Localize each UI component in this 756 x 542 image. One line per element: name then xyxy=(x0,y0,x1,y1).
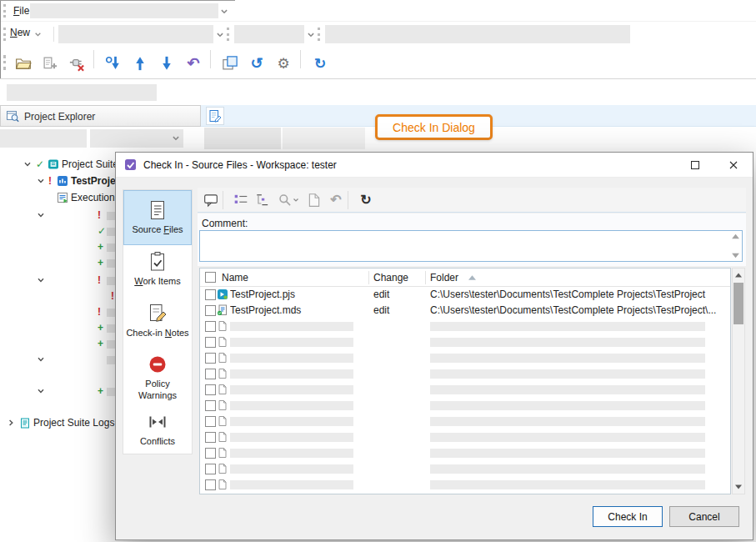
table-row[interactable] xyxy=(200,382,730,398)
chevron-right-icon[interactable] xyxy=(7,419,15,427)
tree-view-button[interactable] xyxy=(253,190,273,210)
doc-file-icon xyxy=(217,399,228,411)
row-checkbox[interactable] xyxy=(205,400,216,411)
folder-placeholder xyxy=(430,449,705,458)
doc-file-icon xyxy=(217,352,228,364)
maximize-icon xyxy=(691,161,699,169)
folder-placeholder xyxy=(430,338,705,347)
row-checkbox[interactable] xyxy=(205,384,216,395)
tab-work-items[interactable]: Work Items xyxy=(123,247,192,292)
chevron-down-icon[interactable] xyxy=(37,355,45,364)
table-row[interactable] xyxy=(200,319,730,334)
callout-text: Check In Dialog xyxy=(393,121,475,134)
folder-placeholder xyxy=(430,322,705,331)
tab-policy-warnings[interactable]: Policy Warnings xyxy=(123,350,192,405)
sort-ascending-icon xyxy=(468,275,476,280)
column-header-name[interactable]: Name xyxy=(222,272,248,284)
row-checkbox[interactable] xyxy=(205,353,216,364)
folder-placeholder xyxy=(430,385,705,394)
table-row[interactable] xyxy=(200,461,730,477)
doc-file-icon xyxy=(217,336,228,348)
scroll-up-icon[interactable] xyxy=(731,233,740,240)
name-placeholder xyxy=(230,401,353,410)
table-header: NameChangeFolder xyxy=(200,268,730,287)
scroll-up-icon[interactable] xyxy=(734,272,743,279)
status-plus-marker: + xyxy=(98,241,103,253)
table-row[interactable]: TestProject.mdseditC:\Users\tester\Docum… xyxy=(200,303,730,319)
conflicts-icon xyxy=(147,411,168,433)
table-row[interactable] xyxy=(200,350,730,366)
status-error-marker: ! xyxy=(48,175,52,187)
checkin-notes-icon xyxy=(147,303,168,324)
chevron-down-icon[interactable] xyxy=(37,177,45,185)
tab-label: Source Files xyxy=(130,224,184,236)
execution-icon xyxy=(57,192,68,203)
project-icon xyxy=(57,175,68,187)
row-checkbox[interactable] xyxy=(205,305,216,316)
tab-conflicts[interactable]: Conflicts xyxy=(123,407,192,452)
close-button[interactable] xyxy=(714,153,753,177)
toolbar-separator xyxy=(223,191,223,209)
chevron-down-icon[interactable] xyxy=(37,387,45,395)
status-error-marker: ! xyxy=(111,290,114,302)
tree-item-label: TestProjec xyxy=(71,175,121,187)
row-checkbox[interactable] xyxy=(205,337,216,348)
source-files-icon xyxy=(147,199,168,221)
scroll-down-icon[interactable] xyxy=(731,252,740,259)
table-row[interactable] xyxy=(200,429,730,445)
table-row[interactable] xyxy=(200,445,730,461)
table-row[interactable] xyxy=(200,477,730,493)
comment-button[interactable] xyxy=(201,190,221,210)
chevron-down-icon[interactable] xyxy=(37,276,45,284)
row-checkbox[interactable] xyxy=(205,416,216,427)
row-checkbox[interactable] xyxy=(205,321,216,332)
chevron-down-icon[interactable] xyxy=(37,211,45,219)
column-header-change[interactable]: Change xyxy=(373,272,408,284)
checkin-dialog-callout: Check In Dialog xyxy=(375,114,493,140)
scroll-down-icon[interactable] xyxy=(734,484,743,490)
app-root: File New ↶↺⚙↻ Project Explorer Check In … xyxy=(0,0,756,542)
column-header-folder[interactable]: Folder xyxy=(430,272,458,284)
tab-source-files[interactable]: Source Files xyxy=(123,190,192,245)
dialog-titlebar: Check In - Source Files - Workspace: tes… xyxy=(116,153,753,178)
comment-input[interactable] xyxy=(202,233,725,259)
table-row[interactable] xyxy=(200,493,730,494)
tab-label: Conflicts xyxy=(138,436,177,448)
doc-file-icon xyxy=(217,431,228,443)
row-checkbox[interactable] xyxy=(205,289,216,300)
preview-dropdown-button[interactable] xyxy=(274,190,303,210)
name-placeholder xyxy=(230,322,353,331)
table-scrollbar[interactable] xyxy=(732,268,745,494)
row-checkbox[interactable] xyxy=(205,432,216,443)
table-row[interactable] xyxy=(200,414,730,429)
doc-file-icon xyxy=(217,384,228,395)
dialog-toolbar: ↶↻ xyxy=(198,188,746,213)
cancel-button[interactable]: Cancel xyxy=(669,506,739,527)
row-checkbox[interactable] xyxy=(205,464,216,474)
comment-box xyxy=(199,230,743,262)
folder-path: C:\Users\tester\Documents\TestComplete P… xyxy=(430,289,727,300)
table-row[interactable] xyxy=(200,398,730,414)
refresh-dark-button[interactable]: ↻ xyxy=(356,190,376,210)
status-plus-marker: + xyxy=(98,338,103,349)
check-in-button[interactable]: Check In xyxy=(593,506,663,527)
row-checkbox[interactable] xyxy=(205,369,216,379)
undo-gray-button[interactable]: ↶ xyxy=(326,190,346,210)
chevron-down-icon[interactable] xyxy=(23,160,32,168)
select-all-checkbox[interactable] xyxy=(205,272,216,283)
tab-label: Work Items xyxy=(133,276,182,288)
comment-icon xyxy=(203,193,218,208)
table-row[interactable] xyxy=(200,366,730,382)
change-type: edit xyxy=(373,289,422,300)
table-row[interactable]: TestProject.pjseditC:\Users\tester\Docum… xyxy=(200,287,730,303)
row-checkbox[interactable] xyxy=(205,448,216,459)
tab-checkin-notes[interactable]: Check-in Notes xyxy=(123,294,192,349)
shelve-icon xyxy=(307,193,322,208)
column-separator xyxy=(425,271,426,284)
shelve-button[interactable] xyxy=(304,190,324,210)
table-row[interactable] xyxy=(200,334,730,350)
row-checkbox[interactable] xyxy=(205,479,216,490)
scrollbar-thumb[interactable] xyxy=(733,283,743,324)
maximize-button[interactable] xyxy=(676,153,714,177)
flat-view-button[interactable] xyxy=(231,190,251,210)
